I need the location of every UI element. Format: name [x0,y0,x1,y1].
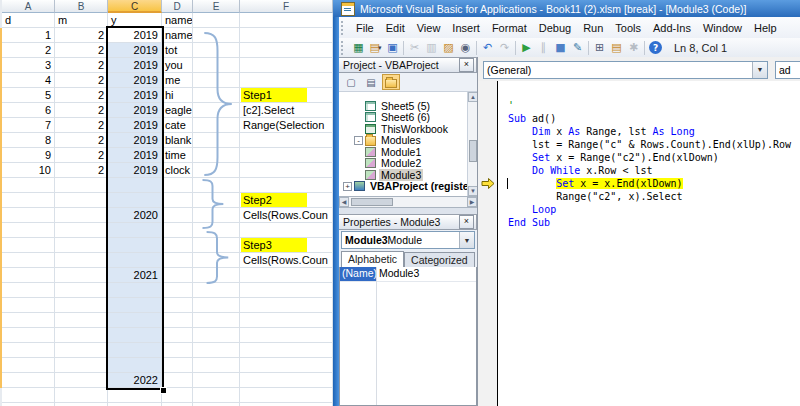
cell-B26[interactable] [55,388,108,403]
find-icon[interactable]: ◉ [457,40,474,56]
cell-E4[interactable] [193,58,240,73]
run-icon[interactable]: ▶ [518,40,535,56]
cell-A8[interactable]: 7 [2,118,55,133]
cell-D6[interactable]: hi [162,88,193,103]
cell-E10[interactable] [193,148,240,163]
cell-E20[interactable] [193,298,240,313]
cell-C10[interactable]: 2019 [108,148,162,163]
cell-B13[interactable] [55,193,108,208]
collapse-icon[interactable]: - [354,136,363,145]
project-explorer-icon[interactable]: ⊞ [591,40,608,56]
cell-E8[interactable] [193,118,240,133]
cell-C19[interactable] [108,283,162,298]
cell-C2[interactable]: 2019 [108,28,162,43]
save-icon[interactable]: ▣ [384,40,401,56]
cell-D10[interactable]: time [162,148,193,163]
cell-D17[interactable] [162,253,193,268]
col-header-E[interactable]: E [193,0,240,13]
cell-E16[interactable] [193,238,240,253]
cell-A4[interactable]: 3 [2,58,55,73]
cell-B23[interactable] [55,343,108,358]
cell-D11[interactable]: clock [162,163,193,178]
cell-A17[interactable] [2,253,55,268]
cell-F5[interactable] [240,73,333,88]
cell-C13[interactable] [108,193,162,208]
tree-item-module3[interactable]: Module3 [339,169,477,181]
cell-E19[interactable] [193,283,240,298]
object-combo[interactable]: (General) ▼ [483,61,768,79]
project-close-icon[interactable]: × [459,58,474,72]
cell-F26[interactable] [240,388,333,403]
cell-B11[interactable]: 2 [55,163,108,178]
cell-D19[interactable] [162,283,193,298]
cell-B15[interactable] [55,223,108,238]
cell-D9[interactable]: blank [162,133,193,148]
cell-B8[interactable]: 2 [55,118,108,133]
chevron-down-icon[interactable]: ▼ [752,62,767,78]
cell-E11[interactable] [193,163,240,178]
tab-categorized[interactable]: Categorized [404,252,475,267]
cell-C1[interactable]: y [108,13,162,28]
cell-C22[interactable] [108,328,162,343]
cell-C8[interactable]: 2019 [108,118,162,133]
cell-A5[interactable]: 4 [2,73,55,88]
cell-A1[interactable]: d [2,13,55,28]
cell-B4[interactable]: 2 [55,58,108,73]
cell-C12[interactable] [108,178,162,193]
cell-E5[interactable] [193,73,240,88]
cell-E9[interactable] [193,133,240,148]
property-row-name[interactable]: (Name) Module3 [340,267,476,282]
cell-C11[interactable]: 2019 [108,163,162,178]
cell-D21[interactable] [162,313,193,328]
cell-C21[interactable] [108,313,162,328]
cell-A16[interactable] [2,238,55,253]
menu-window[interactable]: Window [697,20,748,36]
help-icon[interactable]: ? [647,40,664,56]
cell-B2[interactable]: 2 [55,28,108,43]
cell-C7[interactable]: 2019 [108,103,162,118]
cell-D24[interactable] [162,358,193,373]
menu-add-ins[interactable]: Add-Ins [647,20,697,36]
cell-E15[interactable] [193,223,240,238]
cell-C5[interactable]: 2019 [108,73,162,88]
toggle-folders-icon[interactable] [382,74,400,90]
cell-D14[interactable] [162,208,193,223]
cell-E3[interactable] [193,43,240,58]
cell-B19[interactable] [55,283,108,298]
menu-insert[interactable]: Insert [446,20,486,36]
cell-C14[interactable]: 2020 [108,208,162,223]
cell-F10[interactable] [240,148,333,163]
design-mode-icon[interactable]: ✎ [569,40,586,56]
cell-C9[interactable]: 2019 [108,133,162,148]
cell-A10[interactable]: 9 [2,148,55,163]
cell-E14[interactable] [193,208,240,223]
tree-item-module2[interactable]: Module2 [339,158,477,170]
cell-B9[interactable]: 2 [55,133,108,148]
cell-B12[interactable] [55,178,108,193]
col-header-A[interactable]: A [2,0,55,13]
cell-B7[interactable]: 2 [55,103,108,118]
menu-debug[interactable]: Debug [533,20,577,36]
undo-icon[interactable]: ↶ [479,40,496,56]
col-header-F[interactable]: F [240,0,333,13]
cell-D18[interactable] [162,268,193,283]
cell-C3[interactable]: 2019 [108,43,162,58]
cell-D12[interactable] [162,178,193,193]
cell-C23[interactable] [108,343,162,358]
cell-C17[interactable] [108,253,162,268]
hscroll-thumb[interactable] [351,198,393,206]
cell-C26[interactable] [108,388,162,403]
properties-object-combo[interactable]: Module3 Module ▼ [341,231,475,249]
cell-B24[interactable] [55,358,108,373]
cell-B16[interactable] [55,238,108,253]
cell-E12[interactable] [193,178,240,193]
excel-icon[interactable]: ▦ [350,40,367,56]
cell-B1[interactable]: m [55,13,108,28]
cell-F2[interactable] [240,28,333,43]
cell-B14[interactable] [55,208,108,223]
cell-F1[interactable] [240,13,333,28]
excel-worksheet[interactable]: ABCDEF dmyname122019name222019tot322019y… [0,0,333,406]
cell-A21[interactable] [2,313,55,328]
view-object-icon[interactable]: ▤ [362,74,380,90]
cell-F12[interactable] [240,178,333,193]
